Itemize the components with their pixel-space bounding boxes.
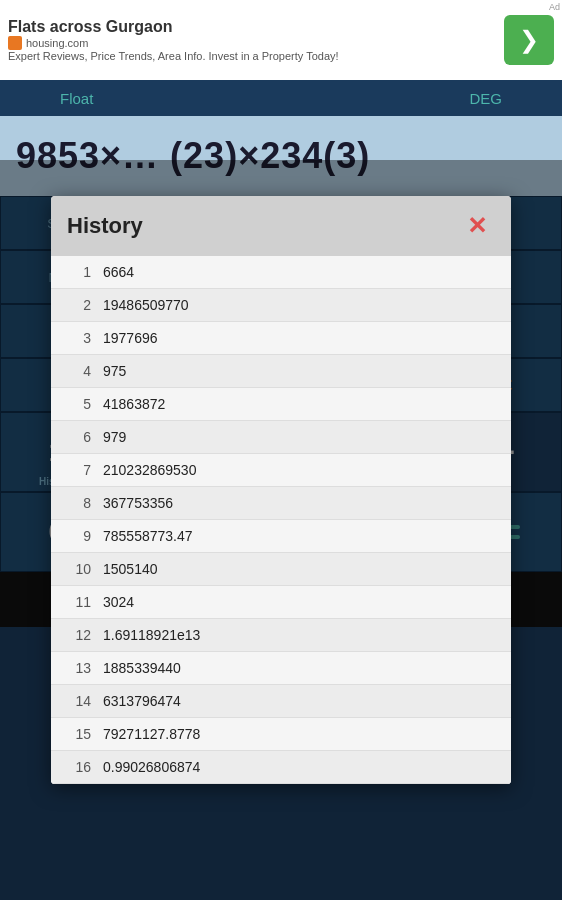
history-title: History: [67, 213, 143, 239]
history-item-value: 210232869530: [103, 462, 196, 478]
history-item-number: 10: [63, 561, 91, 577]
history-list-item[interactable]: 121.69118921e13: [51, 619, 511, 652]
history-list-item[interactable]: 16664: [51, 256, 511, 289]
history-item-number: 16: [63, 759, 91, 775]
history-list-item[interactable]: 146313796474: [51, 685, 511, 718]
ad-source: housing.com: [8, 36, 504, 50]
history-item-number: 6: [63, 429, 91, 445]
history-item-number: 1: [63, 264, 91, 280]
history-list-item[interactable]: 219486509770: [51, 289, 511, 322]
ad-title: Flats across Gurgaon: [8, 18, 504, 36]
history-item-value: 979: [103, 429, 126, 445]
calculator-section: Float DEG 9853×… (23)×234(3) SH hy y^ — …: [0, 80, 562, 627]
history-list-item[interactable]: 101505140: [51, 553, 511, 586]
history-list-item[interactable]: 9785558773.47: [51, 520, 511, 553]
ad-description: Expert Reviews, Price Trends, Area Info.…: [8, 50, 504, 62]
history-close-button[interactable]: ✕: [459, 210, 495, 242]
history-list-item[interactable]: 4975: [51, 355, 511, 388]
history-item-value: 6313796474: [103, 693, 181, 709]
history-item-value: 785558773.47: [103, 528, 193, 544]
history-item-number: 8: [63, 495, 91, 511]
history-item-value: 6664: [103, 264, 134, 280]
history-modal: History ✕ 166642194865097703197769649755…: [51, 196, 511, 784]
history-item-number: 9: [63, 528, 91, 544]
history-item-value: 975: [103, 363, 126, 379]
ad-text-block: Flats across Gurgaon housing.com Expert …: [8, 18, 504, 62]
history-item-number: 11: [63, 594, 91, 610]
history-item-value: 1.69118921e13: [103, 627, 200, 643]
history-list-item[interactable]: 131885339440: [51, 652, 511, 685]
history-list-item[interactable]: 113024: [51, 586, 511, 619]
ad-source-icon: [8, 36, 22, 50]
float-mode-button[interactable]: Float: [60, 90, 93, 107]
history-item-number: 4: [63, 363, 91, 379]
history-item-number: 2: [63, 297, 91, 313]
history-list-item[interactable]: 6979: [51, 421, 511, 454]
history-item-number: 5: [63, 396, 91, 412]
history-list-item[interactable]: 31977696: [51, 322, 511, 355]
history-item-number: 15: [63, 726, 91, 742]
history-item-number: 13: [63, 660, 91, 676]
history-item-value: 1885339440: [103, 660, 181, 676]
history-list: 1666421948650977031977696497554186387269…: [51, 256, 511, 784]
ad-arrow-icon: ❯: [519, 26, 539, 54]
history-list-item[interactable]: 7210232869530: [51, 454, 511, 487]
history-item-number: 3: [63, 330, 91, 346]
history-item-number: 7: [63, 462, 91, 478]
history-item-value: 0.99026806874: [103, 759, 200, 775]
history-item-value: 367753356: [103, 495, 173, 511]
history-item-value: 41863872: [103, 396, 165, 412]
history-list-item[interactable]: 8367753356: [51, 487, 511, 520]
history-list-item[interactable]: 160.99026806874: [51, 751, 511, 784]
ad-source-label: housing.com: [26, 37, 88, 49]
history-item-value: 3024: [103, 594, 134, 610]
ad-label: Ad: [549, 2, 560, 12]
history-list-item[interactable]: 541863872: [51, 388, 511, 421]
history-overlay: History ✕ 166642194865097703197769649755…: [0, 160, 562, 900]
history-item-value: 1505140: [103, 561, 158, 577]
ad-banner[interactable]: Flats across Gurgaon housing.com Expert …: [0, 0, 562, 80]
history-list-item[interactable]: 1579271127.8778: [51, 718, 511, 751]
ad-arrow-button[interactable]: ❯: [504, 15, 554, 65]
mode-bar: Float DEG: [0, 80, 562, 116]
history-header: History ✕: [51, 196, 511, 256]
history-item-value: 19486509770: [103, 297, 189, 313]
history-item-value: 1977696: [103, 330, 158, 346]
history-item-number: 12: [63, 627, 91, 643]
deg-mode-button[interactable]: DEG: [469, 90, 502, 107]
history-item-value: 79271127.8778: [103, 726, 200, 742]
history-item-number: 14: [63, 693, 91, 709]
